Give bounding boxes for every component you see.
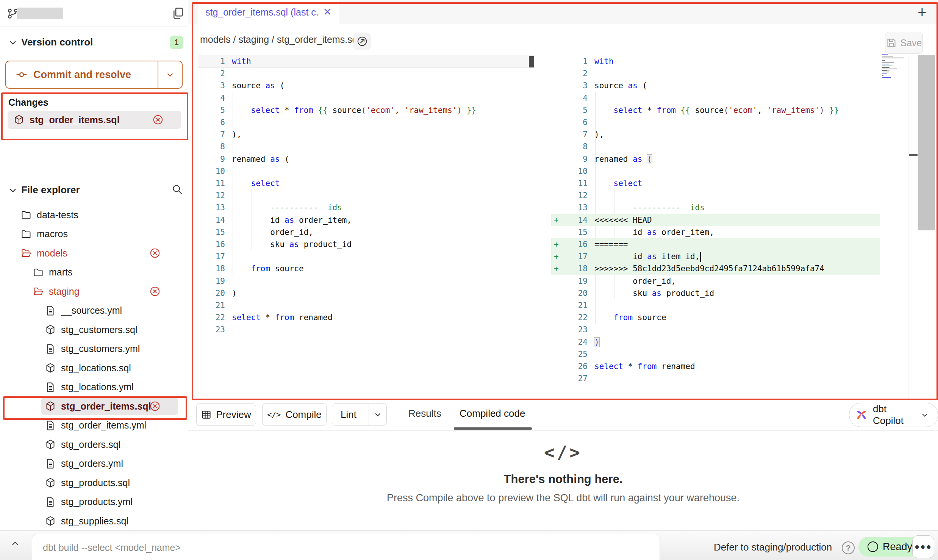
tab-close-icon[interactable]: ✕ (323, 7, 332, 17)
file-explorer-chevron-icon[interactable] (8, 185, 18, 196)
discard-change-icon[interactable] (149, 400, 161, 412)
discard-change-icon[interactable] (152, 114, 164, 125)
code-line-11[interactable]: 11 select (198, 177, 535, 189)
code-line-20[interactable]: 20 sku as product_id (551, 287, 880, 299)
file-item-stg-supplies-sql[interactable]: stg_supplies.sql (0, 512, 188, 531)
editor-pane-right[interactable]: 1with 2 3source as ( 4 5 select * from {… (551, 55, 880, 385)
new-tab-plus-icon[interactable]: + (914, 5, 930, 20)
file-item-stg-products-sql[interactable]: stg_products.sql (0, 473, 188, 493)
line-marker (551, 311, 560, 324)
code-line-22[interactable]: 22select * from renamed (198, 311, 535, 324)
preview-button[interactable]: Preview (196, 403, 256, 426)
code-line-16[interactable]: 16 sku as product_id (198, 238, 535, 250)
minimap[interactable] (882, 54, 905, 80)
code-line-4[interactable]: 4 (551, 92, 880, 104)
file-item-marts[interactable]: marts (0, 263, 188, 282)
file-item-models[interactable]: models (0, 244, 188, 263)
commit-dropdown-chevron-icon[interactable] (158, 61, 182, 88)
editor-pane-left[interactable]: 1with23source as (45 select * from {{ so… (198, 55, 535, 336)
code-line-9[interactable]: 9renamed as ( (198, 153, 535, 165)
code-line-7[interactable]: 7), (551, 128, 880, 141)
save-button[interactable]: Save (885, 32, 923, 54)
file-item-data-tests[interactable]: data-tests (0, 205, 188, 225)
code-line-3[interactable]: 3source as ( (198, 80, 535, 92)
code-line-22[interactable]: 22 from source (551, 311, 880, 324)
code-line-1[interactable]: 1with (198, 55, 535, 67)
code-line-6[interactable]: 6 (551, 116, 880, 128)
code-line-18[interactable]: 18 from source (198, 263, 535, 275)
code-line-27[interactable]: 27 (551, 372, 880, 385)
code-line-14[interactable]: 14 id as order_item, (198, 214, 535, 226)
code-line-26[interactable]: 26select * from renamed (551, 360, 880, 372)
code-line-19[interactable]: 19 (198, 275, 535, 287)
file-item-macros[interactable]: macros (0, 225, 188, 244)
code-line-17[interactable]: 17 (198, 250, 535, 263)
changed-file-row[interactable]: stg_order_items.sql (8, 111, 181, 129)
code-line-6[interactable]: 6 (198, 116, 535, 128)
code-line-5[interactable]: 5 select * from {{ source('ecom', 'raw_i… (551, 104, 880, 116)
lineage-icon[interactable] (353, 33, 371, 50)
code-line-1[interactable]: 1with (551, 55, 880, 67)
code-line-11[interactable]: 11 select (551, 177, 880, 189)
file-item-stg-orders-yml[interactable]: stg_orders.yml (0, 454, 188, 474)
tab-compiled-code[interactable]: Compiled code (460, 408, 525, 419)
command-input[interactable] (42, 540, 612, 555)
code-line-18[interactable]: +18>>>>>>> 58c1dd23d5eebd9cd2495fa7124ab… (551, 263, 880, 275)
code-line-23[interactable]: 23 (551, 324, 880, 336)
code-line-24[interactable]: 24) (551, 336, 880, 348)
code-line-2[interactable]: 2 (551, 67, 880, 80)
code-line-9[interactable]: 9renamed as ( (551, 153, 880, 165)
code-line-13[interactable]: 13 ---------- ids (198, 202, 535, 214)
dbt-copilot-button[interactable]: dbt Copilot (849, 403, 938, 427)
copy-files-icon[interactable] (171, 7, 184, 20)
code-line-12[interactable]: 12 (551, 189, 880, 202)
file-search-icon[interactable] (171, 183, 183, 196)
tab-results[interactable]: Results (408, 408, 441, 419)
version-control-chevron-icon[interactable] (8, 37, 18, 48)
file-item-stg-order-items-yml[interactable]: stg_order_items.yml (0, 416, 188, 435)
code-line-16[interactable]: +16======= (551, 238, 880, 250)
editor-scrollbar[interactable] (918, 55, 935, 230)
file-item-stg-customers-yml[interactable]: stg_customers.yml (0, 339, 188, 359)
code-line-19[interactable]: 19 order_id, (551, 275, 880, 287)
code-line-21[interactable]: 21 (198, 299, 535, 311)
code-line-15[interactable]: 15 id as order_item, (551, 226, 880, 238)
lint-button[interactable]: Lint (332, 403, 387, 426)
code-line-25[interactable]: 25 (551, 348, 880, 360)
help-question-icon[interactable]: ? (842, 541, 855, 554)
code-line-8[interactable]: 8 (551, 141, 880, 153)
file-item-stg-order-items-sql[interactable]: stg_order_items.sql (0, 397, 188, 416)
code-line-15[interactable]: 15 order_id, (198, 226, 535, 238)
file-item-stg-orders-sql[interactable]: stg_orders.sql (0, 435, 188, 454)
code-line-21[interactable]: 21 (551, 299, 880, 311)
code-line-5[interactable]: 5 select * from {{ source('ecom', 'raw_i… (198, 104, 535, 116)
tab-stg-order-items[interactable]: stg_order_items.sql (last c... ✕ (198, 0, 339, 24)
compile-button[interactable]: </> Compile (262, 403, 327, 426)
code-line-7[interactable]: 7), (198, 128, 535, 141)
more-options-button[interactable]: ●●● (912, 535, 934, 558)
code-line-23[interactable]: 23 (198, 324, 535, 336)
left-pane-scrollbar-thumb[interactable] (529, 56, 534, 67)
code-line-13[interactable]: 13 ---------- ids (551, 202, 880, 214)
code-line-8[interactable]: 8 (198, 141, 535, 153)
code-line-3[interactable]: 3source as ( (551, 80, 880, 92)
file-item--sources-yml[interactable]: __sources.yml (0, 301, 188, 321)
file-item-stg-locations-yml[interactable]: stg_locations.yml (0, 378, 188, 397)
file-item-stg-locations-sql[interactable]: stg_locations.sql (0, 358, 188, 378)
discard-change-icon[interactable] (149, 247, 161, 259)
code-text: source as ( (232, 80, 285, 92)
code-line-2[interactable]: 2 (198, 67, 535, 80)
collapse-chevron-up-icon[interactable] (10, 538, 20, 549)
code-line-4[interactable]: 4 (198, 92, 535, 104)
code-line-20[interactable]: 20) (198, 287, 535, 299)
code-line-12[interactable]: 12 (198, 189, 535, 202)
code-line-14[interactable]: +14<<<<<<< HEAD (551, 214, 880, 226)
code-line-17[interactable]: +17 id as item_id, (551, 250, 880, 263)
discard-change-icon[interactable] (149, 286, 161, 297)
file-item-staging[interactable]: staging (0, 282, 188, 301)
code-line-10[interactable]: 10 (198, 165, 535, 177)
file-item-stg-customers-sql[interactable]: stg_customers.sql (0, 320, 188, 339)
file-item-stg-products-yml[interactable]: stg_products.yml (0, 493, 188, 512)
commit-and-resolve-button[interactable]: Commit and resolve (5, 61, 183, 89)
code-line-10[interactable]: 10 (551, 165, 880, 177)
